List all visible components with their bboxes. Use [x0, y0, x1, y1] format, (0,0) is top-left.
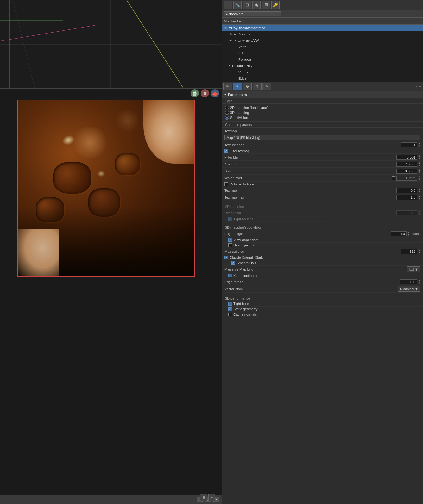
radio-2d-mapping[interactable]: 2D mapping (landscape) — [225, 105, 420, 110]
viewport-expand-icon[interactable]: ⊞ — [200, 494, 207, 501]
expand-arrow-displace[interactable]: ▶ — [234, 33, 238, 36]
resolution-arrows[interactable]: ▲▼ — [418, 210, 420, 215]
radio-subdivision-label: Subdivision — [230, 116, 248, 120]
radio-3d-circle[interactable] — [225, 111, 229, 115]
modifier-label-displace: Displace — [238, 32, 251, 36]
mod-btn-settings[interactable]: ⚙ — [243, 83, 252, 90]
edge-length-value: ▲▼ pixels — [391, 231, 420, 236]
toolbar-add-button[interactable]: + — [224, 1, 232, 9]
mod-btn-edit[interactable]: ✎ — [262, 83, 271, 90]
mod-btn-cursor[interactable]: ↖ — [233, 83, 242, 90]
modifier-item-polygon[interactable]: Polygon — [222, 56, 423, 63]
mod-btn-trash[interactable]: 🗑 — [253, 83, 262, 90]
resolution-input[interactable] — [396, 210, 417, 215]
tight-bounds-checkbox[interactable] — [228, 302, 232, 306]
modifier-buttons-toolbar: ✏ ↖ ⚙ 🗑 ✎ ····· — [222, 82, 423, 91]
cache-normals-checkbox[interactable] — [228, 313, 232, 316]
texture-chan-arrows[interactable]: ▲▼ — [418, 142, 420, 147]
amount-arrows[interactable]: ▲▼ — [418, 162, 420, 167]
texmap-label: Texmap — [224, 129, 237, 133]
viewport-area: — □ ✕ 🍵 ⏹ 🫖 — [0, 0, 222, 504]
expand-arrow-unwrap[interactable]: ▼ — [234, 39, 238, 42]
edge-thresh-arrows[interactable]: ▲▼ — [418, 279, 420, 284]
use-object-mtl-checkbox[interactable] — [228, 243, 232, 247]
radio-subdivision[interactable]: Subdivision — [225, 115, 420, 120]
texmap-min-arrows[interactable]: ▲▼ — [418, 188, 420, 193]
shift-label: Shift — [224, 169, 231, 173]
vector-displ-label: Vector displ — [224, 287, 243, 291]
texmap-max-arrows[interactable]: ▲▼ — [418, 195, 420, 200]
toolbar-circle-button[interactable]: ◉ — [252, 1, 261, 9]
edge-length-label: Edge length — [224, 232, 243, 236]
static-geometry-checkbox[interactable] — [228, 307, 232, 311]
edge-length-arrows[interactable]: ▲▼ — [407, 231, 410, 236]
preserve-map-bnd-dropdown[interactable]: [...l ▼ — [407, 266, 420, 272]
viewport-settings-icon[interactable]: ≡ — [208, 494, 215, 501]
filter-blur-input[interactable] — [396, 155, 417, 160]
modifier-item-vertex[interactable]: Vertex — [222, 44, 423, 50]
toolbar-monitor-button[interactable]: 🖥 — [262, 1, 270, 9]
smooth-uvs-checkbox[interactable] — [231, 261, 235, 265]
water-level-value: ▲▼ — [392, 176, 420, 181]
eye-icon-unwrap[interactable]: 👁 — [228, 38, 233, 43]
modifier-item-edge[interactable]: Edge — [222, 50, 423, 56]
modifier-label-unwrap: Unwrap UVW — [238, 39, 259, 42]
toolbar-wrench-button[interactable]: 🔧 — [233, 1, 242, 9]
filter-texmap-checkbox[interactable] — [224, 149, 228, 153]
mapping-3d-label: 3D mapping/subdivision — [222, 225, 423, 230]
texmap-max-input[interactable] — [396, 195, 417, 200]
texture-chan-input[interactable] — [401, 142, 417, 147]
mod-btn-pencil[interactable]: ✏ — [223, 83, 232, 90]
view-dependent-checkbox[interactable] — [228, 238, 232, 242]
filter-blur-arrows[interactable]: ▲▼ — [418, 155, 420, 160]
water-level-input[interactable] — [396, 176, 417, 181]
modifier-list-label: Modifier List — [222, 18, 423, 25]
edge-thresh-input[interactable] — [400, 279, 417, 284]
eye-icon-displace[interactable]: 👁 — [228, 32, 233, 37]
shift-input[interactable] — [396, 169, 417, 174]
keep-continuity-checkbox[interactable] — [228, 274, 232, 277]
shift-arrows[interactable]: ▲▼ — [418, 169, 420, 174]
texmap-button[interactable]: Map #48 (PS blur 3.jpg) — [224, 135, 420, 140]
modifier-item-editablepoly[interactable]: ▼ Editable Poly — [222, 63, 423, 69]
expand-arrow-editable[interactable]: ▼ — [228, 64, 232, 67]
static-geometry-row: Static geometry — [222, 307, 423, 312]
parameters-header[interactable]: ▼ Parameters — [222, 91, 423, 98]
radio-2d-circle[interactable] — [225, 106, 229, 109]
tight-bounds-2d-checkbox[interactable] — [228, 217, 232, 221]
toolbar-key-button[interactable]: 🔑 — [271, 1, 280, 9]
water-level-checkbox[interactable] — [392, 176, 395, 180]
classic-catmull-checkbox[interactable] — [224, 256, 228, 259]
modifier-item-edge2[interactable]: Edge — [222, 75, 423, 82]
render-teapot-button[interactable]: 🍵 — [191, 89, 199, 97]
toolbar-grid-button[interactable]: ⊞ — [243, 1, 251, 9]
texture-chan-row: Texture chan ▲▼ — [222, 141, 423, 148]
vector-displ-dropdown[interactable]: Disabled ▼ — [398, 286, 420, 292]
view-dependent-row: View-dependent — [222, 237, 423, 243]
eye-icon-vray[interactable]: 👁 — [223, 25, 228, 30]
filter-blur-row: Filter blur ▲▼ — [222, 154, 423, 161]
modifier-item-unwrap[interactable]: 👁 ▼ Unwrap UVW — [222, 37, 423, 44]
amount-input[interactable] — [396, 162, 417, 167]
render-stop-button[interactable]: ⏹ — [201, 89, 209, 97]
relative-bbox-checkbox[interactable] — [224, 182, 228, 186]
object-name-input[interactable] — [224, 11, 281, 16]
max-subdivs-arrows[interactable]: ▲▼ — [418, 249, 420, 254]
texmap-row: Texmap — [222, 128, 423, 134]
max-subdivs-input[interactable] — [401, 249, 417, 254]
edge-length-unit: pixels — [412, 232, 420, 236]
modifier-label-vertex2: Vertex — [238, 70, 248, 74]
modifier-item-vertex2[interactable]: Vertex — [222, 69, 423, 75]
preserve-map-bnd-row: Preserve Map Bnd [...l ▼ — [222, 266, 423, 273]
modifier-item-displace[interactable]: 👁 ▶ Displace — [222, 31, 423, 37]
texmap-max-label: Texmap max — [224, 196, 244, 199]
texmap-min-input[interactable] — [396, 188, 417, 193]
shift-row: Shift ▲▼ — [222, 168, 423, 175]
radio-3d-mapping[interactable]: 3D mapping — [225, 110, 420, 115]
modifier-item-vray[interactable]: 👁 VRayDisplacementMod — [222, 25, 423, 31]
edge-length-input[interactable] — [391, 231, 407, 236]
smooth-uvs-label: Smooth UVs — [237, 261, 256, 265]
render-teapot2-button[interactable]: 🫖 — [211, 89, 219, 97]
water-level-arrows[interactable]: ▲▼ — [418, 176, 420, 181]
radio-subdivision-circle[interactable] — [225, 116, 229, 120]
